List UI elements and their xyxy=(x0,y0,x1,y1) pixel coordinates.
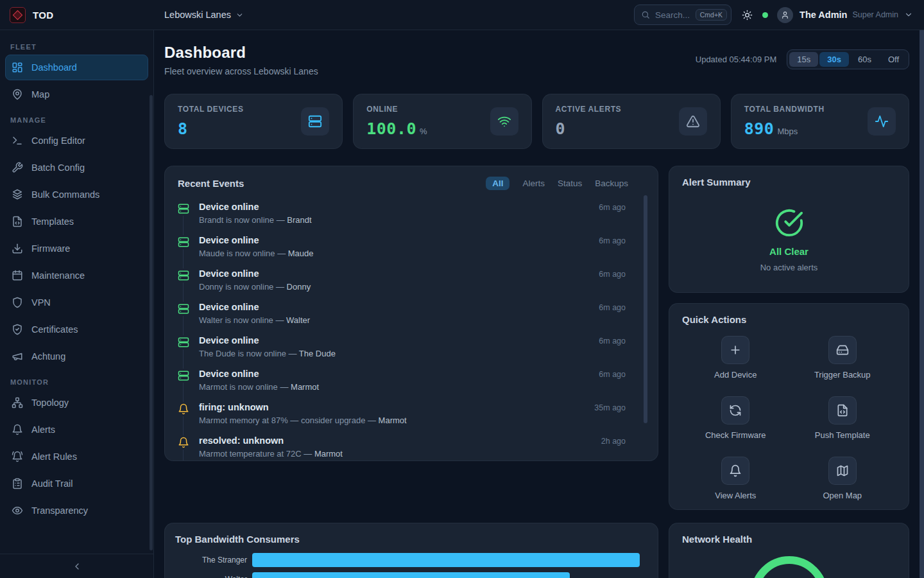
action-label: Trigger Backup xyxy=(814,370,871,380)
action-view-alerts[interactable]: View Alerts xyxy=(682,457,789,500)
stat-label: TOTAL DEVICES xyxy=(178,105,243,114)
sidebar-item-config-editor[interactable]: Config Editor xyxy=(5,128,148,153)
sidebar-item-label: Config Editor xyxy=(31,136,85,146)
bandwidth-bars: The StrangerWalter xyxy=(175,553,647,578)
sidebar-item-label: Dashboard xyxy=(31,62,77,73)
bandwidth-card: Top Bandwidth Consumers The StrangerWalt… xyxy=(164,523,658,578)
stat-unit: % xyxy=(420,127,427,136)
event-body: firing: unknown35m agoMarmot memory at 8… xyxy=(199,402,645,425)
sidebar-item-alert-rules[interactable]: Alert Rules xyxy=(5,444,148,469)
stat-iconbox xyxy=(679,107,707,136)
terminal-icon xyxy=(12,135,23,146)
megaphone-icon xyxy=(12,351,23,362)
refresh-icon xyxy=(729,404,742,417)
clipboard-icon xyxy=(12,478,23,489)
action-check-firmware-button[interactable] xyxy=(721,396,749,425)
app-logo-icon xyxy=(10,7,26,23)
sidebar-item-certificates[interactable]: Certificates xyxy=(5,317,148,342)
event-type-icon-wrap xyxy=(178,402,189,416)
event-type-icon-wrap xyxy=(178,369,189,383)
calendar-icon xyxy=(12,270,23,281)
window-scrollbar[interactable] xyxy=(920,30,924,578)
sidebar-scrollbar[interactable] xyxy=(150,95,153,550)
sidebar-item-label: Achtung xyxy=(31,351,65,362)
sidebar-item-label: Transparency xyxy=(31,505,88,516)
action-trigger-backup-button[interactable] xyxy=(828,336,857,364)
avatar[interactable] xyxy=(777,7,793,23)
org-selector[interactable]: Lebowski Lanes xyxy=(164,10,244,20)
event-top: resolved: unknown2h ago xyxy=(199,435,645,446)
sidebar-item-firmware[interactable]: Firmware xyxy=(5,236,148,261)
action-push-template-button[interactable] xyxy=(828,396,857,425)
alert-detail-text: No active alerts xyxy=(682,263,896,272)
event-type-icon-wrap xyxy=(178,202,189,216)
event-title: Device online xyxy=(199,335,259,346)
event-time: 6m ago xyxy=(599,337,626,346)
action-check-firmware[interactable]: Check Firmware xyxy=(682,396,789,440)
bandwidth-row-the-stranger: The Stranger xyxy=(175,553,647,567)
action-trigger-backup[interactable]: Trigger Backup xyxy=(789,336,896,380)
action-add-device-button[interactable] xyxy=(721,336,749,364)
events-tab-status[interactable]: Status xyxy=(558,177,582,190)
layers-icon xyxy=(12,189,23,200)
sidebar-item-bulk-commands[interactable]: Bulk Commands xyxy=(5,182,148,207)
chevron-down-icon xyxy=(235,11,244,19)
sidebar-collapse-button[interactable] xyxy=(0,554,153,578)
user-icon xyxy=(781,11,789,19)
sidebar-item-templates[interactable]: Templates xyxy=(5,209,148,234)
sidebar-item-achtung[interactable]: Achtung xyxy=(5,344,148,369)
event-type-icon-wrap xyxy=(178,435,189,450)
action-add-device[interactable]: Add Device xyxy=(682,336,789,380)
sidebar-item-transparency[interactable]: Transparency xyxy=(5,498,148,523)
interval-30s-button[interactable]: 30s xyxy=(819,52,849,67)
event-row: Device online6m agoMarmot is now online … xyxy=(178,363,645,397)
event-detail: Maude is now online — Maude xyxy=(199,249,645,258)
stat-value: 0 xyxy=(556,119,566,138)
sidebar-item-label: Templates xyxy=(31,216,74,227)
sidebar-item-label: Alert Rules xyxy=(31,451,77,462)
alert-triangle-icon xyxy=(686,114,700,128)
bandwidth-bar-track xyxy=(252,572,640,578)
events-tab-all[interactable]: All xyxy=(486,177,509,190)
action-view-alerts-button[interactable] xyxy=(721,457,749,485)
stat-iconbox xyxy=(868,107,896,136)
event-type-icon-wrap xyxy=(178,268,189,283)
page-title: Dashboard xyxy=(164,44,318,62)
theme-toggle-sun-icon[interactable] xyxy=(742,10,753,21)
event-time: 35m ago xyxy=(594,403,626,412)
stat-value-row: 8 xyxy=(178,119,243,138)
events-scrollbar[interactable] xyxy=(644,195,647,423)
action-open-map[interactable]: Open Map xyxy=(789,457,896,500)
sidebar-item-alerts[interactable]: Alerts xyxy=(5,417,148,442)
activity-icon xyxy=(875,114,889,128)
sidebar-item-topology[interactable]: Topology xyxy=(5,390,148,416)
events-tab-backups[interactable]: Backups xyxy=(595,177,628,190)
sidebar-section-fleet: FLEET xyxy=(10,43,143,51)
search-input[interactable]: Search... Cmd+K xyxy=(634,4,732,25)
sidebar-item-dashboard[interactable]: Dashboard xyxy=(5,55,148,80)
interval-60s-button[interactable]: 60s xyxy=(850,52,879,67)
events-tab-alerts[interactable]: Alerts xyxy=(522,177,545,190)
event-time: 6m ago xyxy=(599,370,626,379)
action-label: Add Device xyxy=(714,370,757,380)
sidebar-item-audit-trail[interactable]: Audit Trail xyxy=(5,471,148,496)
chevron-left-icon xyxy=(72,561,82,572)
action-open-map-button[interactable] xyxy=(828,457,857,485)
sidebar-item-map[interactable]: Map xyxy=(5,82,148,107)
event-detail: Marmot is now online — Marmot xyxy=(199,382,645,392)
sidebar-item-vpn[interactable]: VPN xyxy=(5,290,148,315)
sidebar-item-label: Topology xyxy=(31,398,69,408)
refresh-interval-control: 15s30s60sOff xyxy=(787,49,909,69)
event-row: Device online6m agoBrandt is now online … xyxy=(178,197,645,230)
user-menu-chevron-icon[interactable] xyxy=(904,10,913,19)
quick-actions-grid: Add DeviceTrigger BackupCheck FirmwarePu… xyxy=(682,336,896,500)
event-device: Donny xyxy=(287,282,311,292)
stat-unit: Mbps xyxy=(777,127,798,136)
event-body: Device online6m agoMarmot is now online … xyxy=(199,369,645,392)
sidebar-item-batch-config[interactable]: Batch Config xyxy=(5,155,148,180)
interval-off-button[interactable]: Off xyxy=(880,52,907,67)
event-device: The Dude xyxy=(299,349,336,358)
action-push-template[interactable]: Push Template xyxy=(789,396,896,440)
interval-15s-button[interactable]: 15s xyxy=(789,52,818,67)
sidebar-item-maintenance[interactable]: Maintenance xyxy=(5,263,148,288)
